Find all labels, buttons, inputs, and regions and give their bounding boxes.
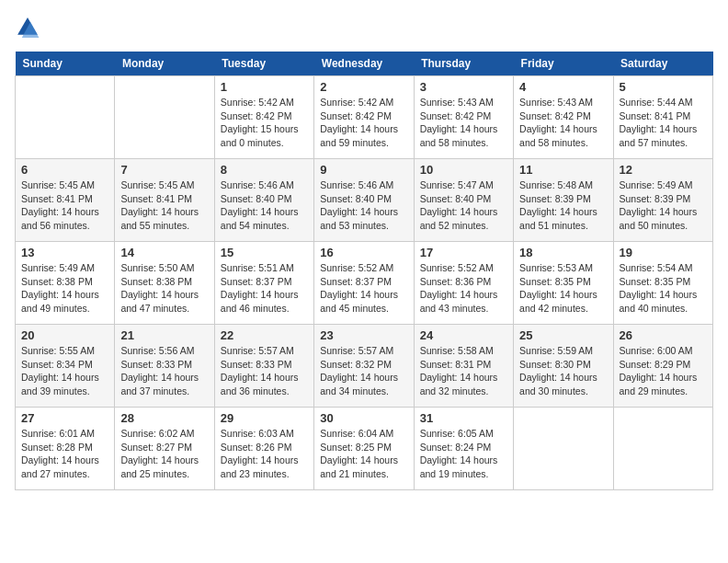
calendar-cell: 6 Sunrise: 5:45 AM Sunset: 8:41 PM Dayli… [16, 159, 115, 242]
calendar-cell: 15 Sunrise: 5:51 AM Sunset: 8:37 PM Dayl… [214, 242, 313, 325]
cell-content: Sunrise: 5:45 AM Sunset: 8:41 PM Dayligh… [120, 178, 208, 233]
daylight-text: Daylight: 14 hours and 53 minutes. [320, 206, 398, 231]
sunrise-text: Sunrise: 5:57 AM [221, 345, 294, 356]
calendar-cell: 14 Sunrise: 5:50 AM Sunset: 8:38 PM Dayl… [115, 242, 214, 325]
cell-content: Sunrise: 5:53 AM Sunset: 8:35 PM Dayligh… [519, 261, 607, 316]
calendar-week-row: 6 Sunrise: 5:45 AM Sunset: 8:41 PM Dayli… [16, 159, 713, 242]
cell-content: Sunrise: 5:51 AM Sunset: 8:37 PM Dayligh… [221, 261, 308, 316]
sunrise-text: Sunrise: 5:45 AM [120, 179, 194, 190]
cell-content: Sunrise: 5:46 AM Sunset: 8:40 PM Dayligh… [320, 178, 407, 233]
calendar-cell [514, 408, 613, 490]
daylight-text: Daylight: 14 hours and 56 minutes. [21, 206, 99, 231]
calendar-cell: 16 Sunrise: 5:52 AM Sunset: 8:37 PM Dayl… [314, 242, 414, 325]
calendar-cell: 8 Sunrise: 5:46 AM Sunset: 8:40 PM Dayli… [214, 159, 313, 242]
cell-content: Sunrise: 5:55 AM Sunset: 8:34 PM Dayligh… [21, 344, 108, 398]
daylight-text: Daylight: 14 hours and 37 minutes. [120, 372, 199, 396]
daylight-text: Daylight: 14 hours and 25 minutes. [120, 454, 199, 479]
sunset-text: Sunset: 8:42 PM [519, 110, 591, 121]
cell-content: Sunrise: 5:58 AM Sunset: 8:31 PM Dayligh… [420, 344, 507, 398]
daylight-text: Daylight: 14 hours and 40 minutes. [620, 289, 698, 314]
daylight-text: Daylight: 14 hours and 50 minutes. [620, 206, 698, 231]
sunset-text: Sunset: 8:40 PM [420, 193, 492, 204]
sunset-text: Sunset: 8:26 PM [221, 442, 292, 453]
cell-content: Sunrise: 5:43 AM Sunset: 8:42 PM Dayligh… [519, 96, 607, 150]
cell-content: Sunrise: 5:57 AM Sunset: 8:33 PM Dayligh… [221, 344, 308, 398]
daylight-text: Daylight: 14 hours and 34 minutes. [320, 372, 398, 396]
daylight-text: Daylight: 14 hours and 58 minutes. [420, 123, 498, 148]
sunrise-text: Sunrise: 5:53 AM [519, 262, 593, 273]
sunset-text: Sunset: 8:34 PM [21, 359, 93, 370]
sunrise-text: Sunrise: 5:48 AM [519, 179, 593, 190]
daylight-text: Daylight: 14 hours and 52 minutes. [420, 206, 498, 231]
day-number: 14 [120, 246, 208, 259]
day-number: 22 [221, 328, 308, 342]
cell-content: Sunrise: 6:01 AM Sunset: 8:28 PM Dayligh… [21, 427, 108, 481]
sunset-text: Sunset: 8:42 PM [420, 110, 492, 121]
weekday-header-tuesday: Tuesday [214, 52, 313, 76]
daylight-text: Daylight: 14 hours and 30 minutes. [519, 372, 597, 396]
sunrise-text: Sunrise: 6:02 AM [120, 428, 194, 439]
sunset-text: Sunset: 8:37 PM [320, 276, 392, 287]
calendar-cell: 4 Sunrise: 5:43 AM Sunset: 8:42 PM Dayli… [514, 76, 613, 159]
logo [15, 15, 44, 40]
day-number: 11 [519, 163, 607, 177]
weekday-header-friday: Friday [514, 52, 613, 76]
cell-content: Sunrise: 5:52 AM Sunset: 8:36 PM Dayligh… [420, 261, 507, 316]
daylight-text: Daylight: 14 hours and 36 minutes. [221, 372, 299, 396]
calendar-cell: 22 Sunrise: 5:57 AM Sunset: 8:33 PM Dayl… [214, 325, 313, 408]
sunrise-text: Sunrise: 6:03 AM [221, 428, 294, 439]
weekday-header-row: SundayMondayTuesdayWednesdayThursdayFrid… [16, 52, 713, 76]
calendar-cell: 9 Sunrise: 5:46 AM Sunset: 8:40 PM Dayli… [314, 159, 414, 242]
cell-content: Sunrise: 5:42 AM Sunset: 8:42 PM Dayligh… [221, 96, 308, 150]
daylight-text: Daylight: 14 hours and 55 minutes. [120, 206, 199, 231]
sunset-text: Sunset: 8:39 PM [620, 193, 691, 204]
cell-content: Sunrise: 5:50 AM Sunset: 8:38 PM Dayligh… [120, 261, 208, 316]
daylight-text: Daylight: 14 hours and 32 minutes. [420, 372, 498, 396]
day-number: 10 [420, 163, 507, 177]
day-number: 2 [320, 80, 407, 94]
day-number: 20 [21, 328, 108, 342]
calendar-cell: 5 Sunrise: 5:44 AM Sunset: 8:41 PM Dayli… [613, 76, 712, 159]
day-number: 24 [420, 328, 507, 342]
cell-content: Sunrise: 6:03 AM Sunset: 8:26 PM Dayligh… [221, 427, 308, 481]
calendar-cell: 20 Sunrise: 5:55 AM Sunset: 8:34 PM Dayl… [16, 325, 115, 408]
day-number: 19 [620, 246, 707, 259]
day-number: 12 [620, 163, 707, 177]
cell-content: Sunrise: 5:46 AM Sunset: 8:40 PM Dayligh… [221, 178, 308, 233]
calendar-cell [16, 76, 115, 159]
sunrise-text: Sunrise: 5:54 AM [620, 262, 693, 273]
calendar-cell: 28 Sunrise: 6:02 AM Sunset: 8:27 PM Dayl… [115, 408, 214, 490]
sunrise-text: Sunrise: 5:49 AM [620, 179, 693, 190]
sunset-text: Sunset: 8:41 PM [620, 110, 691, 121]
cell-content: Sunrise: 5:43 AM Sunset: 8:42 PM Dayligh… [420, 96, 507, 150]
weekday-header-wednesday: Wednesday [314, 52, 414, 76]
cell-content: Sunrise: 5:54 AM Sunset: 8:35 PM Dayligh… [620, 261, 707, 316]
sunset-text: Sunset: 8:28 PM [21, 442, 93, 453]
calendar-cell: 19 Sunrise: 5:54 AM Sunset: 8:35 PM Dayl… [613, 242, 712, 325]
sunrise-text: Sunrise: 5:57 AM [320, 345, 393, 356]
sunrise-text: Sunrise: 5:50 AM [120, 262, 194, 273]
daylight-text: Daylight: 14 hours and 42 minutes. [519, 289, 597, 314]
weekday-header-thursday: Thursday [414, 52, 513, 76]
sunrise-text: Sunrise: 5:42 AM [221, 97, 294, 108]
cell-content: Sunrise: 6:05 AM Sunset: 8:24 PM Dayligh… [420, 427, 507, 481]
cell-content: Sunrise: 6:04 AM Sunset: 8:25 PM Dayligh… [320, 427, 407, 481]
day-number: 9 [320, 163, 407, 177]
calendar-cell: 7 Sunrise: 5:45 AM Sunset: 8:41 PM Dayli… [115, 159, 214, 242]
cell-content: Sunrise: 5:45 AM Sunset: 8:41 PM Dayligh… [21, 178, 108, 233]
cell-content: Sunrise: 5:57 AM Sunset: 8:32 PM Dayligh… [320, 344, 407, 398]
cell-content: Sunrise: 5:44 AM Sunset: 8:41 PM Dayligh… [620, 96, 707, 150]
sunset-text: Sunset: 8:29 PM [620, 359, 691, 370]
daylight-text: Daylight: 14 hours and 23 minutes. [221, 454, 299, 479]
sunset-text: Sunset: 8:35 PM [519, 276, 591, 287]
calendar-week-row: 20 Sunrise: 5:55 AM Sunset: 8:34 PM Dayl… [16, 325, 713, 408]
daylight-text: Daylight: 14 hours and 43 minutes. [420, 289, 498, 314]
sunset-text: Sunset: 8:40 PM [320, 193, 392, 204]
calendar-cell: 12 Sunrise: 5:49 AM Sunset: 8:39 PM Dayl… [613, 159, 712, 242]
day-number: 18 [519, 246, 607, 259]
daylight-text: Daylight: 14 hours and 45 minutes. [320, 289, 398, 314]
calendar-cell: 18 Sunrise: 5:53 AM Sunset: 8:35 PM Dayl… [514, 242, 613, 325]
sunrise-text: Sunrise: 5:42 AM [320, 97, 393, 108]
daylight-text: Daylight: 14 hours and 21 minutes. [320, 454, 398, 479]
daylight-text: Daylight: 14 hours and 57 minutes. [620, 123, 698, 148]
